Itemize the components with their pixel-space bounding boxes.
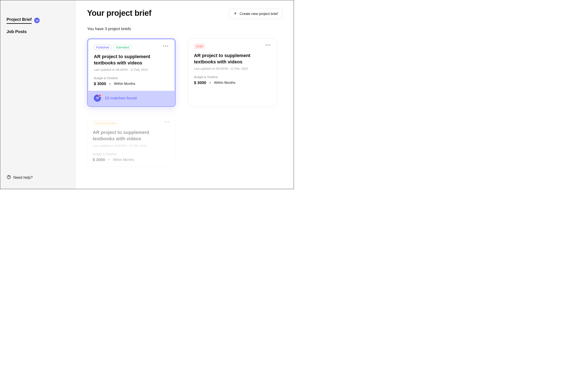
sidebar-item-label: Project Brief — [7, 17, 32, 24]
more-icon — [163, 45, 164, 47]
budget-amount: $ 3000 — [194, 81, 206, 85]
dot-separator — [210, 82, 211, 83]
status-badge: Published — [94, 45, 112, 50]
need-help-label: Need help? — [13, 176, 33, 180]
sidebar-item-label: Job Posts — [7, 29, 27, 34]
sidebar-item-project-brief[interactable]: Project Brief 10 — [7, 17, 75, 24]
status-badge: Draft — [194, 44, 205, 49]
card-updated-text: Last updated on 08:03PM - 12 Feb, 2023 — [194, 67, 271, 70]
matches-text: 10 matches found — [105, 96, 137, 100]
card-footer[interactable]: 10 matches found — [88, 91, 174, 106]
card-section-label: Budget & Timeline — [194, 75, 271, 79]
timeline-text: Within Months — [114, 82, 135, 86]
card-title: AR project to supplement textbooks with … — [94, 54, 169, 66]
subtitle-text: You have 3 project briefs — [87, 27, 282, 31]
card-body: Published Submitted AR project to supple… — [88, 40, 174, 91]
header-row: Your project brief Create new project br… — [87, 9, 282, 19]
card-section-label: Budget & Timeline — [94, 76, 169, 80]
more-icon — [164, 121, 165, 122]
svg-point-1 — [9, 178, 9, 178]
sidebar: Project Brief 10 Job Posts Need help? — [0, 0, 75, 189]
card-badges: Pending Review — [93, 121, 119, 126]
timeline-text: Within Months — [113, 158, 134, 162]
card-more-button[interactable] — [163, 121, 170, 123]
create-button-label: Create new project brief — [240, 12, 278, 16]
card-budget-row: $ 3000 Within Months — [94, 81, 169, 86]
card-badges: Published Submitted — [94, 45, 131, 50]
budget-amount: $ 3000 — [93, 158, 105, 162]
sidebar-item-count-badge: 10 — [34, 18, 40, 23]
budget-amount: $ 3000 — [94, 81, 106, 86]
create-project-brief-button[interactable]: Create new project brief — [229, 9, 282, 19]
card-more-button[interactable] — [265, 44, 271, 46]
card-title: AR project to supplement textbooks with … — [194, 53, 271, 65]
need-help-link[interactable]: Need help? — [7, 175, 33, 180]
more-icon — [265, 44, 267, 45]
timeline-text: Within Months — [214, 81, 235, 85]
project-card[interactable]: Published Submitted AR project to supple… — [87, 38, 176, 107]
project-card[interactable]: Pending Review AR project to supplement … — [87, 115, 176, 167]
card-title: AR project to supplement textbooks with … — [93, 129, 170, 142]
card-section-label: Budget & Timeline — [93, 152, 170, 156]
card-budget-row: $ 3000 Within Months — [194, 81, 271, 85]
card-updated-text: Last updated on 08:03PM - 12 Feb, 2023 — [93, 144, 170, 148]
card-updated-text: Last updated on 08:03PM - 12 Feb, 2023 — [94, 68, 169, 71]
svg-point-4 — [97, 97, 98, 98]
card-top: Published Submitted — [94, 45, 169, 50]
page-title: Your project brief — [87, 9, 151, 18]
card-top: Pending Review — [93, 121, 170, 126]
plus-icon — [233, 11, 237, 16]
svg-point-5 — [98, 97, 99, 98]
cards-grid: Published Submitted AR project to supple… — [87, 38, 282, 167]
card-body: Draft AR project to supplement textbooks… — [188, 39, 277, 90]
card-budget-row: $ 3000 Within Months — [93, 158, 170, 162]
card-badges: Draft — [194, 44, 205, 49]
sidebar-item-job-posts[interactable]: Job Posts — [7, 29, 75, 34]
main-content: Your project brief Create new project br… — [75, 0, 294, 189]
card-more-button[interactable] — [162, 45, 169, 47]
help-icon — [7, 175, 11, 180]
card-body: Pending Review AR project to supplement … — [87, 115, 175, 167]
status-badge: Submitted — [114, 45, 131, 50]
card-top: Draft — [194, 44, 271, 49]
people-icon — [94, 94, 101, 102]
status-badge: Pending Review — [93, 121, 119, 126]
project-card[interactable]: Draft AR project to supplement textbooks… — [188, 38, 277, 107]
dot-separator — [109, 83, 111, 84]
dot-separator — [108, 159, 109, 160]
